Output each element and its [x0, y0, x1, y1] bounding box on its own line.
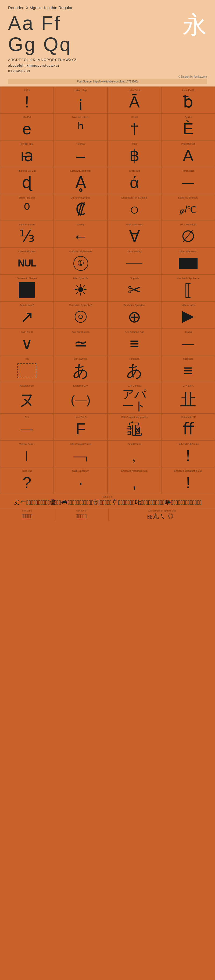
- cell-label: CJK Symbol: [55, 358, 106, 360]
- grid-cell-ascii: ASCII !: [0, 86, 54, 113]
- cell-label: Hebrew: [55, 143, 106, 145]
- cell-glyph: È: [183, 119, 194, 138]
- cell-glyph: ⦾: [74, 308, 87, 327]
- cell-glyph: —: [21, 420, 33, 439]
- grid-cell-hebrew: Hebrew –: [54, 140, 107, 167]
- black-square-glyph: [19, 282, 35, 298]
- bottom-glyph: 𠀋𠂉𠃭𠄡𠆤𠇍𠊡𠋑𠌆𠍲𠎤𠐊𠑊𠒖𠓏𠔉𠕁𠖣𠗄𠘂𠙔𠚤𠛡𠜎𠝹𠞋𠟳𠠇𠡦𠢕𠣟𠤌𠥃𠦝𠧙𠨡𠩭𠪊𠫭𠬮…: [12, 499, 203, 507]
- cell-label: Enclosed Alphanum Sup: [109, 469, 160, 472]
- grid-cell-kanasup: Kana Sup ?: [0, 467, 54, 494]
- grid-cell-geomshapes: Geometric Shapes: [0, 275, 54, 301]
- cell-glyph: ά: [130, 173, 139, 192]
- cell-glyph: あ: [73, 361, 89, 380]
- grid-cell-phoneticextsup: Phonetic Ext Sup ɖ: [0, 167, 54, 194]
- grid-cell-ipaext: IPA Ext e: [0, 113, 54, 140]
- cell-label: Misc Math Symbols A: [163, 277, 213, 280]
- grid-cell-mathalphanum: Math Alphanum ·: [54, 467, 107, 494]
- cell-glyph: ?: [22, 473, 31, 492]
- grid-cell-cjkcompat: CJK Compat アパート: [107, 382, 161, 414]
- grid-cell-greekext: Greek Ext ά: [107, 167, 161, 194]
- grid-cell-misctech: Misc Technical ∅: [161, 221, 215, 248]
- dashed-rect-glyph: [18, 363, 36, 378]
- grid-cell-dingbats: Dingbats ✂: [107, 275, 161, 301]
- cell-label: ASCII: [2, 89, 52, 92]
- block-rect-glyph: [179, 258, 197, 269]
- cell-glyph: ꙗ: [20, 146, 34, 165]
- bottom-label: CJK Ext B: [103, 496, 112, 498]
- cell-glyph: NUL: [18, 254, 36, 273]
- cell-label: Katakana Ext: [2, 384, 52, 387]
- cell-glyph: ⟦: [184, 281, 192, 300]
- cell-label: Greek Ext: [109, 170, 160, 172]
- bottom-label: CJK Ext D: [76, 510, 86, 512]
- cell-glyph: ¡: [78, 93, 83, 112]
- grid-cell-miscmathsyma: Misc Math Symbols A ⟦: [161, 275, 215, 301]
- bottom-cell-cjkextd: CJK Ext D 𫝀𫝁𫝂𫝃𫝄: [54, 508, 108, 521]
- cell-glyph: !: [25, 93, 29, 112]
- cell-glyph: Ḁ: [75, 173, 86, 192]
- cell-label: Alphabetic PF: [163, 416, 213, 418]
- grid-cell-suppunctuation: Sup Punctuation ≃: [54, 328, 107, 355]
- bottom-label: CJK Compat Ideographs Sup: [148, 510, 176, 512]
- long-dash-glyph: [126, 263, 142, 264]
- copyright: © Design by fontke.com: [8, 75, 207, 78]
- grid-cell-cjkexta: CJK Ext A 㐀: [161, 382, 215, 414]
- grid-cell-greek: Greek †: [107, 113, 161, 140]
- arrow-filled-glyph: [182, 311, 194, 323]
- alphabet-section: ABCDEFGHIJKLMNOPQRSTUVWXYZ abcdefghijklm…: [8, 57, 207, 74]
- grid-cell-latin1sup: Latin 1 Sup ¡: [54, 86, 107, 113]
- cell-glyph: あ: [126, 361, 143, 380]
- cell-glyph: ʰ: [77, 119, 84, 138]
- cjk-sample-char: 永: [183, 13, 207, 37]
- cell-glyph: —: [182, 334, 194, 353]
- grid-cell-verticalforms: Vertical Forms ︱: [0, 440, 54, 467]
- cell-glyph: e: [22, 119, 31, 138]
- cell-glyph: Ā: [129, 93, 140, 112]
- grid-cell-cjkradicalssup: CJK Radicals Sup ≡: [107, 328, 161, 355]
- cell-label: Modifier Letters: [55, 116, 106, 118]
- cell-label: Latin 1 Sup: [55, 89, 106, 92]
- cell-label: Dingbats: [109, 277, 160, 280]
- cell-label: Latin Ext A: [109, 89, 160, 92]
- cell-glyph: ℊ/℃: [180, 200, 196, 219]
- grid-cell-numberforms: Number Forms ⅓: [0, 221, 54, 248]
- grid-cell-cjkcompatforms: CJK Compat Forms ﹁: [54, 440, 107, 467]
- font-source: Font Source: http://www.fontke.com/font/…: [8, 79, 207, 84]
- grid-cell-miscarrows: Misc Arrows: [161, 301, 215, 328]
- cell-label: Sup Math Operators: [109, 304, 160, 307]
- grid-cell-alphabeticpf: Alphabetic PF ﬀ: [161, 414, 215, 440]
- cell-glyph: ①: [73, 254, 88, 273]
- grid-cell-hiragana: Hiragana あ: [107, 355, 161, 382]
- grid-cell-suparrowsb: Sup Arrows B ↗: [0, 301, 54, 328]
- cell-label: CJK Compat Forms: [55, 443, 106, 445]
- cell-glyph: ₡: [75, 200, 86, 219]
- large-chars-display: Aa FfGg Qq 永: [8, 13, 207, 55]
- cell-label: Arrows: [55, 223, 106, 226]
- cell-glyph: ∀: [129, 227, 140, 246]
- cell-label: Geometric Shapes: [2, 277, 52, 280]
- grid-cell-supmathops: Sup Math Operators ⊕: [107, 301, 161, 328]
- cell-label: Punctuation: [163, 170, 213, 172]
- cell-glyph: [179, 254, 197, 273]
- cell-glyph: ○: [129, 200, 139, 219]
- cell-label: Number Forms: [2, 223, 52, 226]
- cell-label: Phonetic Ext: [163, 143, 213, 145]
- cell-label: CJK Ext A: [163, 384, 213, 387]
- cell-glyph: –: [76, 146, 85, 165]
- cell-glyph: ·: [78, 473, 83, 492]
- grid-cell-modletters: Modifier Letters ʰ: [54, 113, 107, 140]
- cell-glyph: ∅: [181, 227, 195, 246]
- cell-label: Vertical Forms: [2, 443, 52, 445]
- grid-cell-controlpics: Control Pictures NUL: [0, 248, 54, 275]
- grid-cell-phoneticext: Phonetic Ext A: [161, 140, 215, 167]
- cell-label: Hiragana: [109, 358, 160, 360]
- cell-label: Cyrillic Sup: [2, 143, 52, 145]
- cell-glyph: ⁰: [24, 200, 30, 219]
- grid-cell-punctuation: Punctuation —: [161, 167, 215, 194]
- cell-label: Half And Full Forms: [163, 443, 213, 445]
- cell-label: Greek: [109, 116, 160, 118]
- alphabet-upper: ABCDEFGHIJKLMNOPQRSTUVWXYZ: [8, 57, 207, 63]
- cell-glyph: ≡: [129, 334, 139, 353]
- grid-cell-enclosedalphanumsup: Enclosed Alphanum Sup ,: [107, 467, 161, 494]
- grid-cell-cyrillic: Cyrillic È: [161, 113, 215, 140]
